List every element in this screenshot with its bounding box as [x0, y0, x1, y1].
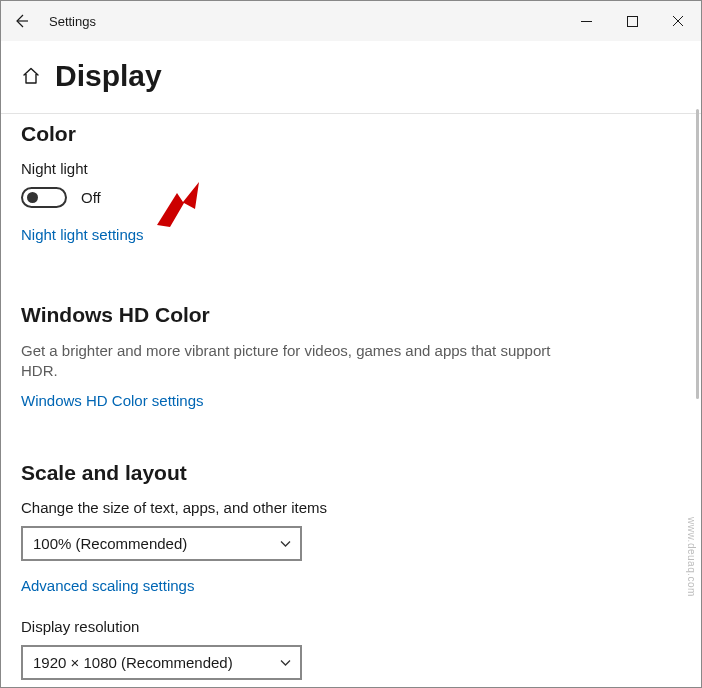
section-heading-hd-color: Windows HD Color [21, 303, 681, 327]
scrollbar[interactable] [696, 109, 699, 399]
text-size-dropdown[interactable]: 100% (Recommended) [21, 526, 302, 561]
night-light-settings-link[interactable]: Night light settings [21, 226, 144, 243]
night-light-label: Night light [21, 160, 681, 177]
resolution-dropdown[interactable]: 1920 × 1080 (Recommended) [21, 645, 302, 680]
close-button[interactable] [655, 1, 701, 41]
content-area: Color Night light Off Night light settin… [1, 122, 701, 688]
page-title: Display [55, 59, 162, 93]
section-heading-color: Color [21, 122, 681, 146]
arrow-left-icon [12, 12, 30, 30]
toggle-knob [27, 192, 38, 203]
close-icon [672, 15, 684, 27]
watermark: www.deuaq.com [686, 517, 697, 597]
back-button[interactable] [1, 1, 41, 41]
home-button[interactable] [21, 66, 41, 86]
section-heading-scale: Scale and layout [21, 461, 681, 485]
window-title: Settings [41, 14, 96, 29]
svg-rect-2 [627, 16, 637, 26]
maximize-button[interactable] [609, 1, 655, 41]
hd-color-description: Get a brighter and more vibrant picture … [21, 341, 581, 382]
night-light-toggle[interactable] [21, 187, 67, 208]
minimize-button[interactable] [563, 1, 609, 41]
resolution-value: 1920 × 1080 (Recommended) [33, 654, 279, 671]
chevron-down-icon [279, 656, 292, 669]
page-header: Display [1, 41, 701, 113]
maximize-icon [627, 16, 638, 27]
titlebar: Settings [1, 1, 701, 41]
advanced-scaling-link[interactable]: Advanced scaling settings [21, 577, 194, 594]
resolution-label: Display resolution [21, 618, 681, 635]
text-size-label: Change the size of text, apps, and other… [21, 499, 681, 516]
text-size-value: 100% (Recommended) [33, 535, 279, 552]
hd-color-settings-link[interactable]: Windows HD Color settings [21, 392, 204, 409]
night-light-toggle-state: Off [81, 189, 101, 206]
home-icon [21, 66, 41, 86]
night-light-toggle-row: Off [21, 187, 681, 208]
chevron-down-icon [279, 537, 292, 550]
minimize-icon [581, 16, 592, 27]
